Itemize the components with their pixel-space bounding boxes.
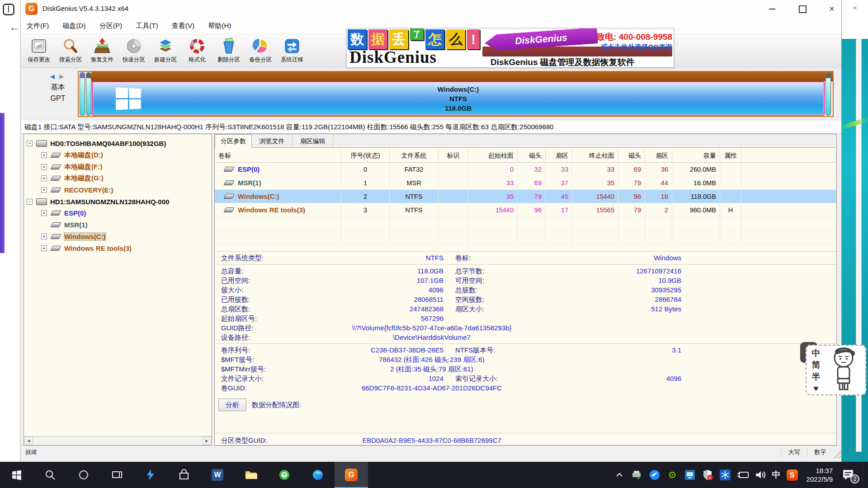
tree-item-recovery-e[interactable]: +RECOVERY(E:) xyxy=(24,184,212,196)
minimize-button[interactable] xyxy=(765,2,779,15)
disk-nav-arrows[interactable]: ◄► xyxy=(41,72,75,81)
ad-banner[interactable]: 数 据 丢 了 怎 么 ! DiskGenius DiskGenius 致电: … xyxy=(346,28,674,68)
taskbar-app-explorer[interactable] xyxy=(234,462,268,488)
expand-icon[interactable]: + xyxy=(41,175,47,181)
maximize-button[interactable] xyxy=(795,2,809,15)
tree-item-hd0[interactable]: −HD0:TOSHIBAMQ04ABF100(932GB) xyxy=(24,138,212,150)
tree-item-hd1[interactable]: −HD1:SAMSUNGMZNLN128HAHQ-000 xyxy=(24,196,212,207)
ime-halfwidth-mode[interactable]: 半 xyxy=(807,371,826,383)
menu-partition[interactable]: 分区(P) xyxy=(94,17,128,34)
resize-grip[interactable] xyxy=(833,446,841,459)
task-view-button[interactable] xyxy=(100,462,134,488)
start-button[interactable] xyxy=(0,462,33,488)
ime-language-indicator[interactable]: 中 xyxy=(772,469,781,481)
menu-tools[interactable]: 工具(T) xyxy=(130,17,164,34)
battery-tray-icon[interactable] xyxy=(737,469,749,481)
tree-item-windows-re[interactable]: +Windows RE tools(3) xyxy=(24,242,212,254)
taskbar-app-store[interactable] xyxy=(167,462,201,488)
new-partition-button[interactable]: 新建分区 xyxy=(150,36,181,66)
next-disk-icon[interactable]: ► xyxy=(58,72,67,81)
partition-esp[interactable] xyxy=(80,72,85,116)
volume-tray-icon[interactable] xyxy=(755,469,766,481)
menu-view[interactable]: 查看(V) xyxy=(166,17,200,34)
tray-expand-chevron-icon[interactable] xyxy=(613,469,625,481)
tab-browse-files[interactable]: 浏览文件 xyxy=(252,135,292,147)
expand-icon[interactable]: + xyxy=(41,245,47,251)
taskbar-search-button[interactable] xyxy=(33,462,67,488)
expand-icon[interactable]: + xyxy=(41,210,47,216)
collapse-icon[interactable]: − xyxy=(27,141,33,146)
status-caps: 大写 xyxy=(781,448,807,457)
table-row-windows-re[interactable]: Windows RE tools(3) xyxy=(215,203,341,217)
cortana-button[interactable] xyxy=(67,462,100,488)
wallpaper-swoosh xyxy=(840,117,868,130)
partition-windows-c[interactable]: Windows(C:) NTFS 118.0GB xyxy=(92,81,825,116)
tree-item-local-d[interactable]: +本地磁盘(D:) xyxy=(24,150,212,161)
background-purple-strip xyxy=(0,113,5,253)
save-changes-button[interactable]: 保存更改 xyxy=(24,36,54,66)
expand-icon[interactable]: + xyxy=(41,164,47,170)
disk-icon xyxy=(36,198,47,205)
close-button[interactable]: × xyxy=(825,2,839,15)
scroll-left-icon[interactable]: ◄ xyxy=(24,436,33,445)
system-migrate-button[interactable]: 系统迁移 xyxy=(277,36,307,66)
expand-icon[interactable]: + xyxy=(41,187,47,193)
security-shield-tray-icon[interactable]: × xyxy=(702,469,713,481)
banner-tile: 了 xyxy=(410,28,424,40)
delete-partition-button[interactable]: 删除分区 xyxy=(213,36,244,66)
tree-item-windows-c[interactable]: +Windows(C:) xyxy=(24,231,212,243)
quick-partition-button[interactable]: 快速分区 xyxy=(118,36,149,66)
collapse-icon[interactable]: − xyxy=(27,199,33,205)
action-center-button[interactable]: 2 xyxy=(841,468,857,482)
tab-partition-parameters[interactable]: 分区参数 xyxy=(215,134,252,148)
format-button[interactable]: 格式化 xyxy=(182,36,212,66)
search-partition-button[interactable]: 搜索分区 xyxy=(55,36,86,66)
expand-icon[interactable]: + xyxy=(41,152,47,158)
save-icon xyxy=(30,37,48,55)
svg-text:×: × xyxy=(708,475,711,480)
messenger-tray-icon[interactable] xyxy=(649,469,660,481)
background-window-icon xyxy=(3,4,14,15)
taskbar-app-word[interactable]: W xyxy=(201,462,234,488)
tree-item-local-f[interactable]: +本地磁盘(F:) xyxy=(24,161,212,173)
sogou-input-icon[interactable]: S xyxy=(787,469,798,481)
taskbar-clock[interactable]: 18:37 2022/5/9 xyxy=(804,466,835,483)
taskbar-app-edge[interactable] xyxy=(301,462,335,488)
analyze-button[interactable]: 分析 xyxy=(218,399,246,411)
scroll-right-icon[interactable]: ► xyxy=(203,436,211,445)
expand-icon[interactable]: + xyxy=(41,234,47,239)
tree-horizontal-scrollbar[interactable]: ◄ ► xyxy=(24,436,211,445)
show-desktop-button[interactable] xyxy=(863,462,865,488)
recover-files-button[interactable]: 恢复文件 xyxy=(87,36,118,66)
taskbar-app-thunder[interactable] xyxy=(134,462,167,488)
partition-msr[interactable] xyxy=(86,72,91,116)
intel-graphics-tray-icon[interactable] xyxy=(684,469,696,481)
diskgenius-icon: G xyxy=(345,469,358,481)
printer-tray-icon[interactable]: ✓ xyxy=(631,469,643,481)
snowflake-tray-icon[interactable] xyxy=(719,469,731,481)
menu-file[interactable]: 文件(F) xyxy=(21,17,55,34)
ime-status-widget[interactable]: 中 简 半 ♥ xyxy=(806,345,866,395)
menu-disk[interactable]: 磁盘(D) xyxy=(57,17,92,34)
taskbar-app-diskgenius[interactable]: G xyxy=(335,462,368,488)
tree-item-local-g[interactable]: +本地磁盘(G:) xyxy=(24,173,212,184)
backup-partition-button[interactable]: 备份分区 xyxy=(245,36,276,66)
nvidia-tray-icon[interactable] xyxy=(666,469,678,481)
menu-help[interactable]: 帮助(H) xyxy=(202,17,237,34)
tree-item-esp[interactable]: +ESP(0) xyxy=(24,207,212,219)
prev-disk-icon[interactable]: ◄ xyxy=(48,72,58,81)
quick-partition-icon xyxy=(125,37,143,55)
table-row-msr[interactable]: MSR(1) xyxy=(215,176,341,190)
cartoon-character xyxy=(826,346,863,394)
ime-chinese-mode[interactable]: 中 xyxy=(807,347,826,359)
ime-simplified-mode[interactable]: 简 xyxy=(807,359,826,371)
ime-favorite[interactable]: ♥ xyxy=(807,383,826,394)
table-row-windows-c[interactable]: Windows(C:) xyxy=(215,190,341,203)
tab-sector-edit[interactable]: 扇区编辑 xyxy=(292,135,333,147)
taskbar-app-browser360[interactable] xyxy=(268,462,301,488)
divider xyxy=(215,251,836,252)
table-row-esp[interactable]: ESP(0) xyxy=(215,163,341,176)
partition-windows-re[interactable] xyxy=(826,72,831,116)
tree-item-msr[interactable]: MSR(1) xyxy=(24,219,212,231)
banner-qq-link[interactable]: 或点击此处选择QQ咨询 xyxy=(576,43,672,52)
